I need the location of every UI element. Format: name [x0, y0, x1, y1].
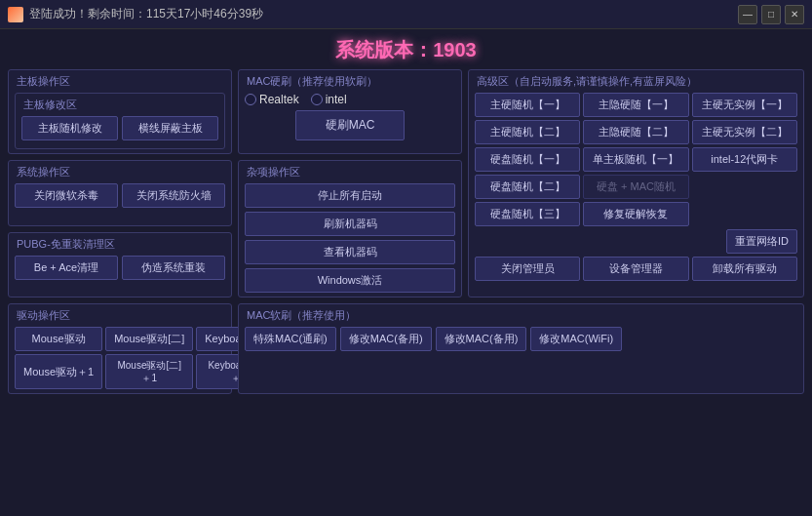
title-text: 登陆成功！剩余时间：115天17小时46分39秒: [29, 6, 263, 22]
intel-radio[interactable]: intel: [311, 93, 347, 106]
motherboard-sub-title: 主板修改区: [21, 98, 218, 112]
system-title: 系统操作区: [15, 165, 225, 179]
maximize-button[interactable]: □: [761, 5, 781, 24]
adv-btn-4-2: 硬盘 + MAC随机: [583, 175, 688, 199]
close-mse-button[interactable]: 关闭微软杀毒: [15, 183, 118, 208]
view-machine-code-button[interactable]: 查看机器码: [245, 240, 455, 264]
refresh-machine-code-button[interactable]: 刷新机器码: [245, 212, 455, 236]
random-mod-button[interactable]: 主板随机修改: [21, 116, 118, 140]
close-button[interactable]: ✕: [785, 5, 804, 24]
app-icon: [8, 7, 23, 22]
reset-network-row: 重置网络ID: [475, 229, 797, 254]
adv-row1: 主硬随机【一】 主隐硬随【一】 主硬无实例【一】: [475, 93, 797, 117]
title-bar-left: 登陆成功！剩余时间：115天17小时46分39秒: [8, 6, 263, 22]
mask-screen-button[interactable]: 横线屏蔽主板: [122, 116, 218, 140]
mac-soft-grid: 特殊MAC(通刷) 修改MAC(备用) 修改MAC(备用) 修改MAC(WiFi…: [245, 327, 797, 351]
mouse-driver-plus-button[interactable]: Mouse驱动＋1: [15, 354, 102, 389]
close-firewall-button[interactable]: 关闭系统防火墙: [122, 183, 225, 208]
adv-btn-1-2[interactable]: 主隐硬随【一】: [583, 93, 688, 117]
adv-row2: 主硬随机【二】 主隐硬随【二】 主硬无实例【二】: [475, 120, 797, 144]
system-section: 系统操作区 关闭微软杀毒 关闭系统防火墙: [8, 160, 232, 226]
modify-mac2-button[interactable]: 修改MAC(备用): [436, 327, 527, 351]
bottom-row: 驱动操作区 Mouse驱动 Mouse驱动[二] Keyboard驱动 Mous…: [8, 303, 804, 394]
adv-btn-2-3[interactable]: 主硬无实例【二】: [692, 120, 797, 144]
adv-btn-2-1[interactable]: 主硬随机【二】: [475, 120, 580, 144]
reset-network-button[interactable]: 重置网络ID: [726, 229, 797, 254]
adv-btn-1-3[interactable]: 主硬无实例【一】: [692, 93, 797, 117]
intel-circle: [311, 94, 323, 105]
advanced-section: 高级区（自启动服务,请谨慎操作,有蓝屏风险） 主硬随机【一】 主隐硬随【一】 主…: [468, 69, 804, 298]
mac-soft-title: MAC软刷（推荐使用）: [245, 308, 797, 323]
adv-btn-2-2[interactable]: 主隐硬随【二】: [583, 120, 688, 144]
adv-btn-3-2[interactable]: 单主板随机【一】: [583, 147, 688, 172]
mac-hard-title: MAC硬刷（推荐使用软刷）: [245, 74, 455, 89]
realtek-circle: [245, 94, 256, 105]
pubg-btn-row: Be + Ace清理 伪造系统重装: [15, 256, 225, 280]
adv-btn-4-1[interactable]: 硬盘随机【二】: [475, 175, 580, 199]
pubg-section: PUBG-免重装清理区 Be + Ace清理 伪造系统重装: [8, 232, 232, 298]
hard-mac-button[interactable]: 硬刷MAC: [295, 110, 406, 140]
pubg-title: PUBG-免重装清理区: [15, 237, 225, 252]
system-btn-row: 关闭微软杀毒 关闭系统防火墙: [15, 183, 225, 208]
adv-btn-3-3[interactable]: intel-12代网卡: [692, 147, 797, 172]
fake-reinstall-button[interactable]: 伪造系统重装: [122, 256, 225, 280]
main-content: 系统版本：1903 主板操作区 主板修改区 主板随机修改 横线屏蔽主板 MAC硬…: [0, 29, 812, 398]
modify-mac-wifi-button[interactable]: 修改MAC(WiFi): [530, 327, 622, 351]
mouse-driver2-button[interactable]: Mouse驱动[二]: [105, 327, 193, 351]
adv-row6: 关闭管理员 设备管理器 卸载所有驱动: [475, 257, 797, 281]
title-bar: 登陆成功！剩余时间：115天17小时46分39秒 — □ ✕: [0, 0, 812, 29]
close-manager-button[interactable]: 关闭管理员: [475, 257, 580, 281]
adv-row3: 硬盘随机【一】 单主板随机【一】 intel-12代网卡: [475, 147, 797, 172]
minimize-button[interactable]: —: [738, 5, 757, 24]
mouse-driver-button[interactable]: Mouse驱动: [15, 327, 102, 351]
misc-title: 杂项操作区: [245, 165, 455, 179]
intel-label: intel: [326, 93, 347, 106]
adv-row4: 硬盘随机【二】 硬盘 + MAC随机: [475, 175, 797, 199]
adv-btn-5-2[interactable]: 修复硬解恢复: [583, 202, 688, 226]
adv-spacer-4-3: [692, 175, 797, 199]
special-mac-button[interactable]: 特殊MAC(通刷): [245, 327, 336, 351]
stop-startup-button[interactable]: 停止所有启动: [245, 183, 455, 208]
adv-row5: 硬盘随机【三】 修复硬解恢复: [475, 202, 797, 226]
misc-section: 杂项操作区 停止所有启动 刷新机器码 查看机器码 Windows激活: [238, 160, 462, 298]
modify-mac1-button[interactable]: 修改MAC(备用): [340, 327, 432, 351]
mac-radio-group: Realtek intel: [245, 93, 455, 106]
mouse-driver2-plus-button[interactable]: Mouse驱动[二]＋1: [105, 354, 193, 389]
motherboard-section: 主板操作区 主板修改区 主板随机修改 横线屏蔽主板: [8, 69, 232, 154]
adv-spacer-5-3: [692, 202, 797, 226]
driver-title: 驱动操作区: [15, 308, 225, 323]
mac-soft-section: MAC软刷（推荐使用） 特殊MAC(通刷) 修改MAC(备用) 修改MAC(备用…: [238, 303, 804, 394]
motherboard-title: 主板操作区: [15, 74, 225, 89]
adv-btn-3-1[interactable]: 硬盘随机【一】: [475, 147, 580, 172]
advanced-title: 高级区（自启动服务,请谨慎操作,有蓝屏风险）: [475, 74, 797, 89]
windows-activate-button[interactable]: Windows激活: [245, 268, 455, 293]
realtek-label: Realtek: [259, 93, 299, 106]
motherboard-btn-row: 主板随机修改 横线屏蔽主板: [21, 116, 218, 140]
driver-grid: Mouse驱动 Mouse驱动[二] Keyboard驱动 Mouse驱动＋1 …: [15, 327, 225, 389]
layout-grid: 主板操作区 主板修改区 主板随机修改 横线屏蔽主板 MAC硬刷（推荐使用软刷） …: [8, 69, 804, 298]
mac-hard-section: MAC硬刷（推荐使用软刷） Realtek intel 硬刷MAC: [238, 69, 462, 154]
driver-section: 驱动操作区 Mouse驱动 Mouse驱动[二] Keyboard驱动 Mous…: [8, 303, 232, 394]
adv-btn-1-1[interactable]: 主硬随机【一】: [475, 93, 580, 117]
adv-btn-5-1[interactable]: 硬盘随机【三】: [475, 202, 580, 226]
window-controls: — □ ✕: [738, 5, 804, 24]
system-version: 系统版本：1903: [8, 37, 804, 63]
device-manager-button[interactable]: 设备管理器: [583, 257, 688, 281]
uninstall-drivers-button[interactable]: 卸载所有驱动: [692, 257, 797, 281]
motherboard-sub-section: 主板修改区 主板随机修改 横线屏蔽主板: [15, 93, 225, 149]
realtek-radio[interactable]: Realtek: [245, 93, 299, 106]
be-ace-button[interactable]: Be + Ace清理: [15, 256, 118, 280]
